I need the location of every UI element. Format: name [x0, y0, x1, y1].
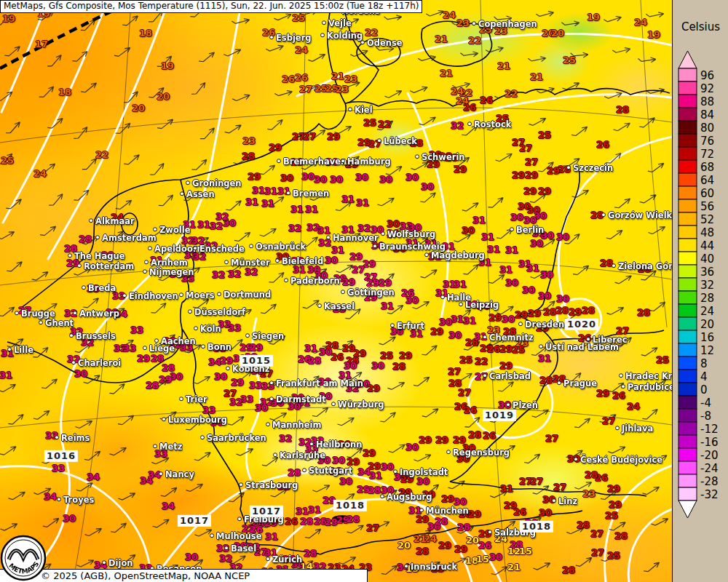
- svg-text:64: 64: [700, 174, 714, 187]
- footer-bar: © 2025 (AGB), OpenStreetMap, NOAA NCEP: [0, 569, 368, 582]
- svg-text:48: 48: [700, 226, 714, 239]
- svg-text:76: 76: [700, 135, 714, 148]
- svg-text:88: 88: [700, 95, 714, 108]
- svg-text:-32: -32: [700, 488, 719, 501]
- svg-text:32: 32: [700, 279, 714, 292]
- svg-text:80: 80: [700, 121, 714, 135]
- map-canvas: [0, 0, 672, 582]
- svg-text:40: 40: [700, 252, 714, 266]
- svg-text:28: 28: [700, 292, 714, 305]
- svg-text:68: 68: [700, 161, 714, 174]
- svg-text:-8: -8: [700, 410, 711, 423]
- svg-text:72: 72: [700, 148, 714, 161]
- svg-text:16: 16: [700, 331, 714, 344]
- svg-text:52: 52: [700, 213, 714, 226]
- svg-text:12: 12: [700, 344, 714, 357]
- svg-text:-12: -12: [700, 423, 719, 436]
- svg-text:60: 60: [700, 187, 714, 200]
- metmaps-logo: METMAPS: [0, 532, 51, 582]
- colorbar-panel: Celsius 96928884807672686460565248444036…: [672, 0, 728, 582]
- svg-text:-24: -24: [700, 462, 719, 475]
- weather-map-screenshot: 1719191819182020222524252625222421232626…: [0, 0, 728, 582]
- colorbar-scale: 9692888480767268646056524844403632282420…: [673, 0, 728, 553]
- svg-text:56: 56: [700, 200, 714, 213]
- svg-text:8: 8: [700, 357, 708, 370]
- svg-text:4: 4: [700, 370, 708, 383]
- svg-text:44: 44: [700, 239, 714, 252]
- svg-text:-16: -16: [700, 436, 719, 449]
- svg-text:-4: -4: [700, 396, 711, 410]
- svg-text:96: 96: [700, 69, 714, 82]
- svg-text:-20: -20: [700, 449, 719, 462]
- svg-text:92: 92: [700, 82, 714, 95]
- svg-text:84: 84: [700, 108, 714, 121]
- svg-text:36: 36: [700, 266, 714, 279]
- svg-text:-28: -28: [700, 475, 719, 488]
- map-title: MetMaps, Gfs Composite, Mos Temperature …: [4, 1, 419, 11]
- svg-text:0: 0: [700, 383, 708, 396]
- svg-text:24: 24: [700, 305, 714, 318]
- title-bar: MetMaps, Gfs Composite, Mos Temperature …: [0, 0, 422, 13]
- copyright-text: © 2025 (AGB), OpenStreetMap, NOAA NCEP: [41, 570, 250, 581]
- svg-text:20: 20: [700, 318, 714, 331]
